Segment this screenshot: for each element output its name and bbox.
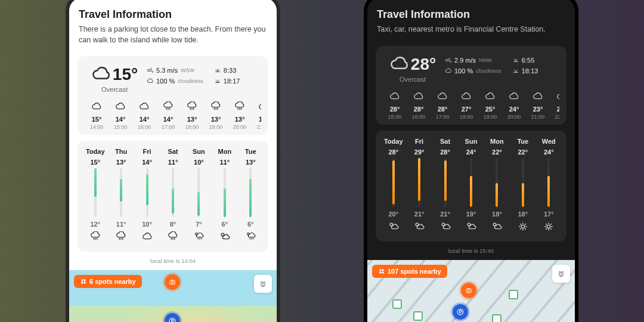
hour-temp: 24° xyxy=(502,106,526,113)
sunrise-icon xyxy=(214,67,221,74)
day-high: 15° xyxy=(90,159,100,166)
day-column[interactable]: Thu 13° 11° xyxy=(108,148,134,244)
day-column[interactable]: Mon 11° 6° xyxy=(212,148,237,244)
day-column[interactable]: Sat 28° 21° xyxy=(432,138,458,234)
screen: Travel Information There is a parking lo… xyxy=(69,0,277,322)
hour-item[interactable]: 28° 16:00 xyxy=(407,91,431,120)
map-marker[interactable] xyxy=(492,314,501,322)
spots-nearby-badge[interactable]: 6 spots nearby xyxy=(74,275,142,288)
wind-icon xyxy=(147,67,154,74)
map-marker[interactable] xyxy=(392,299,402,309)
current-temp: 15° xyxy=(113,65,138,84)
hour-item[interactable]: 25° 19:00 xyxy=(478,91,502,120)
sun-icon xyxy=(543,221,554,232)
day-column[interactable]: Sat 11° 8° xyxy=(160,148,185,244)
hour-item[interactable]: 13° 18:00 xyxy=(180,101,204,130)
day-low: 11° xyxy=(116,221,126,228)
day-column[interactable]: Today 28° 20° xyxy=(380,138,406,234)
temp-range-bar xyxy=(172,168,174,217)
hour-item[interactable]: 23° 21:00 xyxy=(526,91,550,120)
day-column[interactable]: Mon 22° 18° xyxy=(484,138,510,234)
map-type-button[interactable] xyxy=(254,275,272,293)
day-column[interactable]: Sun 24° 19° xyxy=(458,138,484,234)
day-column[interactable]: Fri 14° 10° xyxy=(134,148,160,244)
day-name: Fri xyxy=(143,148,151,155)
daily-forecast-card[interactable]: Today 15° 12° Thu 13° 11° Fri 14° 10° xyxy=(78,141,268,252)
day-name: Thu xyxy=(115,148,127,155)
day-condition-icon xyxy=(440,221,451,234)
hour-time: 15:00 xyxy=(109,124,132,130)
rain-icon xyxy=(163,101,174,112)
hour-item[interactable]: 14° 17:00 xyxy=(156,101,180,130)
parking-pin[interactable] xyxy=(165,313,180,322)
hour-item[interactable]: 28° 15:00 xyxy=(383,91,407,120)
day-high: 24° xyxy=(466,148,476,156)
phone-light-theme: Travel Information There is a parking lo… xyxy=(66,0,280,322)
partly-icon xyxy=(219,231,230,242)
local-time: local time is 15:40 xyxy=(367,247,575,254)
day-column[interactable]: Sun 10° 7° xyxy=(186,148,212,244)
hour-item[interactable]: 14° 16:00 xyxy=(132,101,156,130)
weather-now-card[interactable]: 28° Overcast 2.9 m/s NNW 6:55 xyxy=(376,46,566,125)
day-condition-icon xyxy=(168,231,178,244)
day-condition-icon xyxy=(466,221,476,234)
day-condition-icon xyxy=(219,231,230,244)
weather-now-card[interactable]: 15° Overcast 5.3 m/s WSW 8:33 xyxy=(78,56,268,135)
rain-icon xyxy=(187,101,197,112)
cloud-icon xyxy=(147,78,154,85)
day-column[interactable]: Tue 13° 6° xyxy=(238,148,264,244)
map-marker[interactable] xyxy=(413,311,423,321)
sunrise-info: 8:33 xyxy=(214,67,261,74)
hour-item[interactable]: 13° 20:00 xyxy=(228,101,252,130)
hour-temp: 27° xyxy=(454,106,478,113)
parking-pin[interactable] xyxy=(453,304,468,320)
hour-time: 20:00 xyxy=(502,114,526,120)
cloud-icon xyxy=(142,231,153,242)
cloud-icon xyxy=(437,91,448,102)
day-high: 28° xyxy=(388,148,398,156)
spots-nearby-badge[interactable]: 107 spots nearby xyxy=(372,265,447,278)
day-column[interactable]: Wed 24° 17° xyxy=(536,138,562,234)
cloud-icon xyxy=(556,91,559,102)
hour-item[interactable]: 14° 15:00 xyxy=(109,101,132,130)
camera-pin[interactable] xyxy=(165,274,180,290)
map-view[interactable]: 107 spots nearby xyxy=(367,260,575,323)
partly-rain-icon xyxy=(193,231,204,242)
partly-icon xyxy=(440,221,451,232)
day-column[interactable]: Fri 29° 21° xyxy=(406,138,432,234)
hour-temp: 13° xyxy=(180,116,204,123)
rain-icon xyxy=(234,101,245,112)
hour-item[interactable]: 28° 17:00 xyxy=(431,91,454,120)
cloudiness-info: 100 % cloudiness xyxy=(445,67,506,75)
hour-time: 17:00 xyxy=(431,114,454,120)
map-view[interactable]: 6 spots nearby xyxy=(69,270,277,322)
hour-temp: 28° xyxy=(383,106,407,113)
day-name: Sun xyxy=(193,148,205,155)
sunrise-icon xyxy=(512,57,519,64)
hour-item[interactable]: 23° 22:00 xyxy=(550,91,559,120)
day-condition-icon xyxy=(388,221,399,234)
hour-item[interactable]: 13° 21:00 xyxy=(252,101,261,130)
day-high: 22° xyxy=(492,148,502,156)
current-condition: Overcast xyxy=(400,76,426,83)
map-marker[interactable] xyxy=(509,290,518,299)
temp-range-bar xyxy=(496,158,498,207)
hour-time: 19:00 xyxy=(478,114,502,120)
hour-item[interactable]: 15° 14:00 xyxy=(85,101,109,130)
hour-temp: 25° xyxy=(478,106,502,113)
day-low: 8° xyxy=(170,221,177,228)
day-name: Tue xyxy=(245,148,256,155)
hour-time: 18:00 xyxy=(454,114,478,120)
day-column[interactable]: Today 15° 12° xyxy=(82,148,108,244)
day-name: Sun xyxy=(465,138,478,145)
hour-item[interactable]: 27° 18:00 xyxy=(454,91,478,120)
hourly-forecast[interactable]: 28° 15:00 28° 16:00 28° 17:00 27° 18:00 … xyxy=(383,91,559,120)
hour-item[interactable]: 24° 20:00 xyxy=(502,91,526,120)
day-column[interactable]: Tue 22° 18° xyxy=(510,138,535,234)
camera-pin[interactable] xyxy=(461,283,476,298)
daily-forecast-card[interactable]: Today 28° 20° Fri 29° 21° Sat 28° 21° xyxy=(376,131,566,242)
hourly-forecast[interactable]: 15° 14:00 14° 15:00 14° 16:00 14° 17:00 … xyxy=(85,101,261,130)
map-type-button[interactable] xyxy=(552,265,570,283)
hour-item[interactable]: 13° 19:00 xyxy=(204,101,228,130)
hour-time: 16:00 xyxy=(132,124,156,130)
